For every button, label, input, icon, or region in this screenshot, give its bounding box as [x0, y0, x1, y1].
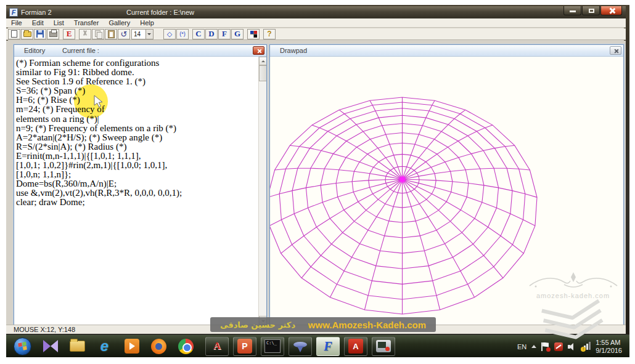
- autocad-taskbar-button[interactable]: A: [205, 337, 229, 356]
- cut-button[interactable]: [79, 29, 91, 39]
- menu-transfer[interactable]: Transfer: [69, 18, 104, 28]
- mouse-coordinates: MOUSE X:12, Y:148: [14, 326, 75, 333]
- c-button[interactable]: C: [192, 29, 205, 39]
- antivirus-tray-icon[interactable]: [554, 342, 563, 351]
- explorer-taskbar-icon[interactable]: [69, 338, 86, 355]
- network-warning-badge: !: [581, 347, 586, 352]
- credit-person-name: دکتر حسین صادقی: [220, 320, 295, 330]
- current-folder-label: Current folder : E:\new: [126, 9, 194, 16]
- undo-button[interactable]: ↺: [118, 29, 130, 39]
- editory-close-button[interactable]: [253, 46, 264, 55]
- paren-star-icon: (*): [179, 31, 186, 37]
- editor-scrollbar[interactable]: [258, 57, 266, 325]
- action-center-flag-icon[interactable]: [541, 342, 549, 351]
- f-button[interactable]: F: [218, 29, 231, 39]
- taskbar-clock[interactable]: 1:55 AM 9/1/2016: [596, 339, 625, 355]
- f-letter-icon: F: [222, 29, 227, 39]
- new-file-icon: [11, 30, 17, 38]
- g-button[interactable]: G: [231, 29, 244, 39]
- chrome-taskbar-icon[interactable]: [178, 338, 194, 355]
- autocad-icon: A: [213, 340, 221, 352]
- formian-window: F Formian 2 Current folder : E:\new File…: [6, 6, 626, 334]
- font-size-combo[interactable]: 14: [131, 29, 154, 39]
- scroll-up-button[interactable]: [259, 57, 266, 65]
- close-button[interactable]: [600, 6, 622, 15]
- menu-file[interactable]: File: [6, 18, 27, 28]
- firefox-taskbar-icon[interactable]: [150, 338, 167, 355]
- comment-tool-button[interactable]: (*): [176, 29, 189, 39]
- spinning-top-taskbar-button[interactable]: [289, 337, 312, 356]
- copy-icon: [95, 30, 102, 38]
- d-button[interactable]: D: [205, 29, 218, 39]
- start-button[interactable]: [14, 338, 31, 355]
- paste-button[interactable]: [105, 29, 117, 39]
- clock-date: 9/1/2016: [596, 347, 622, 355]
- diamond-tool-button[interactable]: ◇: [163, 29, 176, 39]
- drawpad-title-bar[interactable]: Drawpad: [270, 45, 623, 57]
- code-line: n=9; (*) Frequency of elements on a rib …: [16, 124, 256, 133]
- mouse-cursor: [94, 95, 104, 108]
- colors-button[interactable]: [247, 29, 260, 39]
- powerpoint-taskbar-button[interactable]: P: [233, 337, 256, 356]
- close-icon: [615, 49, 618, 54]
- clipboard-icon: [108, 30, 115, 38]
- screen-recorder-taskbar-button[interactable]: [372, 337, 395, 356]
- palette-icon: [250, 31, 257, 38]
- screen-recorder-icon: [376, 340, 391, 352]
- network-icon[interactable]: !: [581, 342, 591, 351]
- save-floppy-icon: [36, 30, 44, 38]
- window-title: Formian 2: [21, 9, 52, 16]
- editory-title: Editory: [24, 47, 45, 54]
- kmplayer-taskbar-icon[interactable]: [42, 338, 59, 355]
- print-button[interactable]: [47, 29, 59, 39]
- adobe-reader-icon: A: [348, 339, 363, 354]
- open-file-button[interactable]: [21, 29, 33, 39]
- volume-icon[interactable]: [568, 342, 576, 351]
- code-line: (*) Formian scheme for configurations: [16, 59, 256, 68]
- scrollbar-thumb[interactable]: [259, 65, 266, 81]
- menu-help[interactable]: Help: [135, 18, 159, 28]
- chevron-down-icon[interactable]: [145, 30, 153, 39]
- editory-title-bar[interactable]: Editory Current file :: [14, 45, 266, 57]
- menu-edit[interactable]: Edit: [27, 18, 49, 28]
- kmplayer-icon: [43, 340, 58, 352]
- help-button[interactable]: ?: [263, 29, 276, 39]
- hidden-icons-arrow[interactable]: [531, 345, 536, 348]
- g-letter-icon: G: [234, 29, 240, 39]
- folder-icon: [70, 341, 85, 352]
- new-file-button[interactable]: [8, 29, 20, 39]
- editory-button[interactable]: E: [63, 29, 75, 39]
- taskbar: e A P C:\_ F A EN ! 1:55 AM 9/1/2016: [6, 334, 629, 357]
- editor-text-area[interactable]: (*) Formian scheme for configurations si…: [14, 57, 266, 325]
- ribbed-dome-drawing: [270, 57, 623, 325]
- open-folder-icon: [23, 31, 31, 37]
- editory-window: Editory Current file : (*) Formian schem…: [14, 44, 267, 325]
- windows-flag-icon: [18, 341, 27, 351]
- code-line: clear; draw Dome;: [16, 198, 256, 207]
- drawpad-close-button[interactable]: [610, 46, 621, 55]
- code-line: [1,0,n; 1,1,n]};: [16, 170, 256, 179]
- media-player-taskbar-icon[interactable]: [123, 338, 140, 355]
- system-tray: EN ! 1:55 AM 9/1/2016: [517, 335, 625, 358]
- alert-badge: [546, 347, 551, 352]
- app-icon: F: [9, 8, 18, 17]
- title-bar[interactable]: F Formian 2 Current folder : E:\new: [6, 6, 626, 18]
- formian-taskbar-button[interactable]: F: [316, 337, 340, 356]
- caption-buttons: [563, 6, 622, 15]
- menu-list[interactable]: List: [49, 18, 69, 28]
- menu-gallery[interactable]: Gallery: [104, 18, 135, 28]
- close-icon: [609, 8, 615, 14]
- diamond-icon: ◇: [167, 30, 172, 38]
- minimize-icon: [570, 10, 576, 12]
- adobe-reader-taskbar-button[interactable]: A: [344, 337, 367, 356]
- code-line: See Section 1.9 of Reference 1. (*): [16, 77, 256, 86]
- internet-explorer-taskbar-icon[interactable]: e: [96, 338, 113, 355]
- ie-icon: e: [96, 338, 113, 354]
- language-indicator[interactable]: EN: [517, 343, 526, 350]
- save-button[interactable]: [34, 29, 46, 39]
- copy-button[interactable]: [92, 29, 104, 39]
- command-prompt-taskbar-button[interactable]: C:\_: [261, 337, 284, 356]
- code-line: R=S/(2*sin|A); (*) Radius (*): [16, 142, 256, 152]
- minimize-button[interactable]: [563, 6, 581, 15]
- maximize-button[interactable]: [582, 6, 600, 15]
